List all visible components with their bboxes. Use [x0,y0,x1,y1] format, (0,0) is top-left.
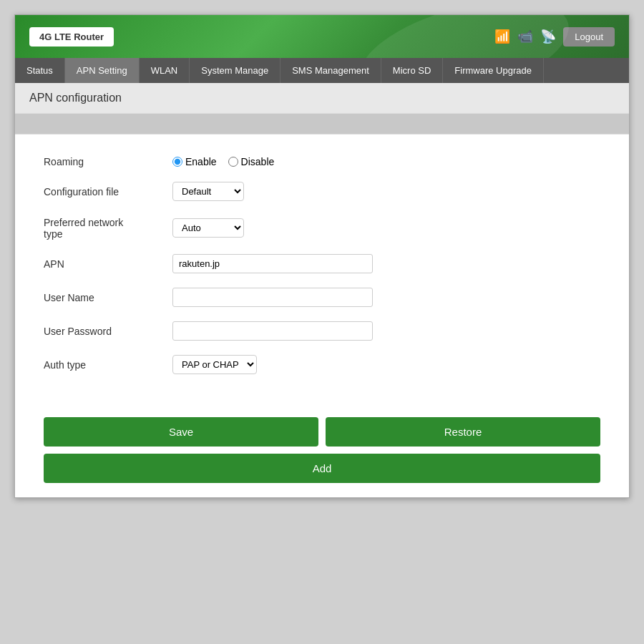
password-label: User Password [44,326,172,337]
auth-type-select[interactable]: PAP or CHAP [172,355,257,374]
nav-item-sms-management[interactable]: SMS Management [280,58,381,83]
logout-button[interactable]: Logout [563,27,615,47]
preferred-network-row: Preferred network type Auto [44,215,600,240]
apn-input[interactable] [172,254,373,273]
signal-icon: 📶 [494,29,510,44]
camera-icon: 📹 [517,29,533,44]
username-input[interactable] [172,288,373,307]
roaming-enable-label: Enable [185,156,217,167]
add-button[interactable]: Add [44,454,600,483]
form-area-wrapper: Roaming Enable Disable Configu [15,134,629,483]
form-area: Roaming Enable Disable Configu [15,135,629,417]
config-file-label: Configuration file [44,186,172,197]
roaming-disable-radio[interactable] [228,157,238,167]
router-logo: 4G LTE Router [29,27,114,47]
auth-type-label: Auth type [44,359,172,371]
nav-bar: Status APN Setting WLAN System Manage SM… [15,58,629,83]
config-file-select[interactable]: Default [172,182,244,201]
roaming-enable-option[interactable]: Enable [172,156,217,167]
section-subheader [15,114,629,134]
password-input[interactable] [172,321,373,341]
add-row: Add [15,454,629,483]
preferred-network-select[interactable]: Auto [172,218,244,238]
nav-item-system-manage[interactable]: System Manage [190,58,280,83]
nav-item-status[interactable]: Status [15,58,65,83]
roaming-radio-group: Enable Disable [172,156,274,167]
roaming-row: Roaming Enable Disable [44,156,600,167]
preferred-network-label: Preferred network type [44,215,172,240]
roaming-label: Roaming [44,156,172,167]
apn-label: APN [44,258,172,270]
save-button[interactable]: Save [44,417,318,447]
auth-type-row: Auth type PAP or CHAP [44,355,600,374]
nav-item-apn-setting[interactable]: APN Setting [65,58,140,83]
username-row: User Name [44,288,600,307]
antenna-icon: 📡 [540,29,556,44]
header-icons: 📶 📹 📡 Logout [494,27,615,47]
apn-row: APN [44,254,600,273]
nav-item-firmware-upgrade[interactable]: Firmware Upgrade [443,58,544,83]
nav-item-wlan[interactable]: WLAN [140,58,190,83]
password-row: User Password [44,321,600,341]
config-file-row: Configuration file Default [44,182,600,201]
page-content: APN configuration Roaming Enable Disable [15,83,629,483]
section-header: APN configuration [15,83,629,114]
roaming-disable-label: Disable [241,156,275,167]
username-label: User Name [44,292,172,303]
restore-button[interactable]: Restore [326,417,600,447]
nav-item-micro-sd[interactable]: Micro SD [381,58,443,83]
roaming-enable-radio[interactable] [172,157,182,167]
roaming-disable-option[interactable]: Disable [228,156,275,167]
save-restore-row: Save Restore [15,417,629,447]
router-header: 4G LTE Router 📶 📹 📡 Logout [15,15,629,58]
